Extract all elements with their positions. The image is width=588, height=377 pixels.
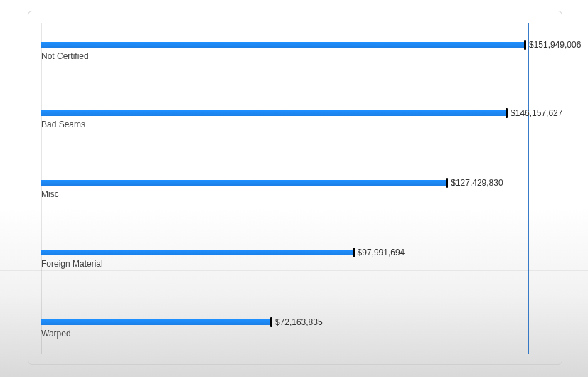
chart-bar[interactable] <box>41 42 525 48</box>
chart-category-label: Foreign Material <box>41 259 103 269</box>
chart-bar-value-label: $127,429,830 <box>451 178 503 188</box>
chart-bar-value-label: $97,991,694 <box>358 248 405 257</box>
chart-row: $127,429,830 Misc <box>41 172 550 201</box>
chart-plot-area: $151,949,006 Not Certified $146,157,627 … <box>41 23 550 354</box>
chart-bar-end-cap <box>524 40 526 50</box>
chart-category-label: Warped <box>41 329 71 339</box>
chart-bar-value-label: $146,157,627 <box>511 108 562 118</box>
chart-bar-end-cap <box>270 317 272 327</box>
chart-bar[interactable] <box>41 250 353 255</box>
chart-row: $146,157,627 Bad Seams <box>41 102 550 131</box>
chart-row: $151,949,006 Not Certified <box>41 34 550 63</box>
chart-category-label: Not Certified <box>41 51 89 61</box>
chart-row: $72,163,835 Warped <box>41 312 550 340</box>
chart-bar[interactable] <box>41 180 447 186</box>
chart-category-label: Misc <box>41 189 59 199</box>
chart-row: $97,991,694 Foreign Material <box>41 242 550 270</box>
chart-card: $151,949,006 Not Certified $146,157,627 … <box>28 11 562 365</box>
chart-bar-value-label: $72,163,835 <box>275 317 323 327</box>
chart-bar-end-cap <box>446 178 448 188</box>
chart-bar-end-cap <box>506 108 508 118</box>
chart-bar[interactable] <box>41 110 506 116</box>
chart-bar-end-cap <box>353 248 355 257</box>
chart-category-label: Bad Seams <box>41 120 85 129</box>
chart-bar[interactable] <box>41 319 271 325</box>
chart-bar-value-label: $151,949,006 <box>529 40 581 50</box>
